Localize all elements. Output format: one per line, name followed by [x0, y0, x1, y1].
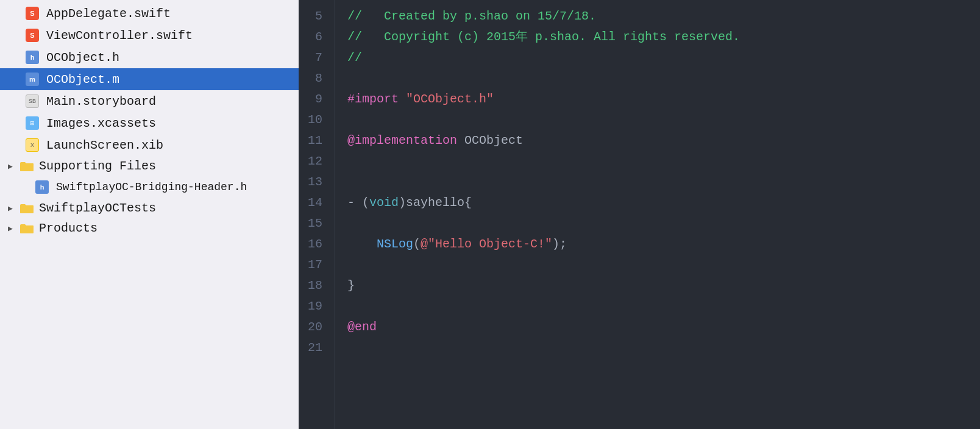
- h-file-icon: h: [34, 179, 50, 195]
- folder-icon: [20, 223, 34, 234]
- code-editor: 5 6 7 8 9 10 11 12 13 14 15 16 17 18 19 …: [299, 0, 980, 429]
- sidebar-item-label: Main.storyboard: [46, 94, 156, 108]
- disclosure-arrow: ▶: [5, 203, 16, 214]
- sidebar-item-label: SwiftplayOC-Bridging-Header.h: [56, 181, 247, 193]
- sidebar-item-label: Supporting Files: [39, 159, 156, 173]
- disclosure-arrow: ▶: [5, 161, 16, 172]
- sidebar-item-swiftplayoctests[interactable]: ▶ SwiftplayOCTests: [0, 198, 299, 218]
- disclosure-arrow: ▶: [5, 223, 16, 234]
- sidebar-item-label: AppDelegate.swift: [46, 7, 171, 21]
- m-file-icon: m: [24, 71, 40, 87]
- sidebar-item-launchscreen-xib[interactable]: X LaunchScreen.xib: [0, 134, 299, 156]
- sidebar-item-label: SwiftplayOCTests: [39, 201, 156, 215]
- xcassets-file-icon: ⊞: [24, 115, 40, 131]
- folder-icon: [20, 161, 34, 172]
- sidebar-item-main-storyboard[interactable]: SB Main.storyboard: [0, 90, 299, 112]
- sidebar-item-products[interactable]: ▶ Products: [0, 218, 299, 238]
- code-text[interactable]: // Created by p.shao on 15/7/18. // Copy…: [335, 0, 980, 429]
- sidebar-item-images-xcassets[interactable]: ⊞ Images.xcassets: [0, 112, 299, 134]
- sidebar-item-label: Images.xcassets: [46, 116, 156, 130]
- sidebar-item-label: OCObject.m: [46, 73, 119, 87]
- file-navigator: S AppDelegate.swift S ViewController.swi…: [0, 0, 299, 429]
- sidebar-item-bridging-header[interactable]: h SwiftplayOC-Bridging-Header.h: [0, 176, 299, 198]
- folder-icon: [20, 203, 34, 214]
- swift-file-icon: S: [24, 5, 40, 21]
- sidebar-item-label: Products: [39, 221, 98, 235]
- sidebar-item-appdelegate[interactable]: S AppDelegate.swift: [0, 2, 299, 24]
- swift-file-icon: S: [24, 27, 40, 43]
- sidebar-item-label: OCObject.h: [46, 51, 119, 65]
- sidebar-item-label: LaunchScreen.xib: [46, 138, 163, 152]
- sidebar-item-ocobject-m[interactable]: m OCObject.m: [0, 68, 299, 90]
- sidebar-item-label: ViewController.swift: [46, 29, 193, 43]
- sidebar-item-viewcontroller[interactable]: S ViewController.swift: [0, 24, 299, 46]
- sidebar-item-ocobject-h[interactable]: h OCObject.h: [0, 46, 299, 68]
- h-file-icon: h: [24, 49, 40, 65]
- xib-file-icon: X: [24, 137, 40, 153]
- line-number-gutter: 5 6 7 8 9 10 11 12 13 14 15 16 17 18 19 …: [299, 0, 335, 429]
- storyboard-file-icon: SB: [24, 93, 40, 109]
- sidebar-item-supporting-files[interactable]: ▶ Supporting Files: [0, 156, 299, 176]
